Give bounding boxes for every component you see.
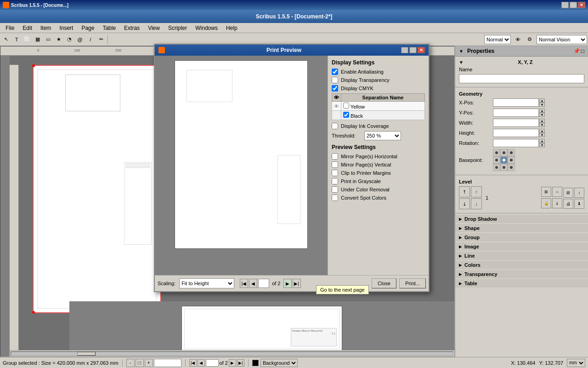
os-controls[interactable]: _ □ ✕: [561, 2, 585, 8]
menu-page[interactable]: Page: [78, 24, 98, 32]
level-down[interactable]: ↓: [471, 198, 482, 209]
level-flip-h[interactable]: ↔: [552, 187, 562, 197]
table-header[interactable]: ▶ Table: [455, 279, 588, 288]
antialiasing-checkbox[interactable]: [332, 69, 338, 75]
tool-text[interactable]: T: [11, 34, 22, 45]
close-button[interactable]: Close: [372, 278, 396, 288]
menu-file[interactable]: File: [2, 24, 18, 32]
properties-collapse-icon[interactable]: ▼: [459, 49, 464, 54]
minimize-icon[interactable]: _: [561, 2, 569, 8]
tool-spiral[interactable]: @: [75, 34, 85, 45]
dlg-page-input[interactable]: 1: [258, 279, 269, 288]
h-scrollbar[interactable]: [10, 350, 454, 356]
menu-scripter[interactable]: Scripter: [164, 24, 191, 32]
page-last-btn[interactable]: ▶|: [237, 359, 244, 367]
dropshadow-header[interactable]: ▶ Drop Shadow: [455, 215, 588, 223]
bp-tr[interactable]: [508, 149, 515, 156]
dlg-page-next[interactable]: ▶: [283, 279, 292, 288]
bp-mr[interactable]: [508, 156, 515, 164]
settings-icon[interactable]: ⚙: [525, 34, 535, 45]
level-grid-btn-1[interactable]: ⊞: [541, 187, 551, 197]
ypos-input[interactable]: 0.000 mm: [493, 109, 539, 117]
tool-shape[interactable]: ▭: [43, 34, 53, 45]
height-up[interactable]: ▲: [539, 129, 545, 133]
bp-bl[interactable]: [493, 164, 500, 171]
bp-ml[interactable]: [493, 156, 500, 164]
width-down[interactable]: ▼: [539, 123, 545, 127]
vision-selector[interactable]: Normal Vision: [537, 35, 587, 44]
print-button[interactable]: Print...: [399, 278, 426, 288]
maximize-icon[interactable]: □: [570, 2, 577, 8]
sep-yellow-check[interactable]: [343, 103, 349, 109]
shape-header[interactable]: ▶ Shape: [455, 224, 588, 232]
menu-extras[interactable]: Extras: [120, 24, 143, 32]
bp-mc[interactable]: [500, 156, 508, 164]
mirror-h-checkbox[interactable]: [332, 153, 338, 160]
ink-coverage-checkbox[interactable]: [332, 123, 338, 129]
rotation-input[interactable]: 0.0 °: [493, 139, 539, 147]
image-header[interactable]: ▶ Image: [455, 242, 588, 251]
properties-pin-icon[interactable]: 📌: [573, 48, 580, 54]
level-flip-v[interactable]: ↕: [574, 188, 584, 198]
xpos-up[interactable]: ▲: [539, 98, 545, 103]
level-up[interactable]: ↑: [471, 186, 482, 197]
mirror-v-checkbox[interactable]: [332, 161, 338, 168]
level-save[interactable]: ⤓: [552, 198, 562, 208]
scaling-selector[interactable]: Fit to Height: [179, 278, 234, 288]
menu-item[interactable]: Item: [37, 24, 55, 32]
mode-selector[interactable]: Normal: [484, 35, 511, 44]
clip-margins-checkbox[interactable]: [332, 170, 338, 176]
level-noprint[interactable]: 🖨: [563, 199, 573, 209]
height-down[interactable]: ▼: [539, 133, 545, 137]
dlg-page-prev[interactable]: ◀: [249, 279, 257, 288]
threshold-select[interactable]: 250 %: [364, 131, 401, 140]
page-input[interactable]: 1: [206, 359, 219, 367]
level-lock[interactable]: 🔒: [541, 198, 551, 208]
ypos-up[interactable]: ▲: [539, 109, 545, 113]
dlg-page-first[interactable]: |◀: [240, 279, 248, 288]
tool-arc[interactable]: ◔: [64, 34, 74, 45]
rotation-down[interactable]: ▼: [539, 143, 545, 147]
grayscale-checkbox[interactable]: [332, 178, 338, 184]
menu-help[interactable]: Help: [222, 24, 241, 32]
ypos-down[interactable]: ▼: [539, 113, 545, 117]
tool-arrow[interactable]: ↖: [1, 34, 11, 45]
unit-selector[interactable]: mm: [567, 359, 585, 367]
page-next-btn[interactable]: ▶: [229, 359, 236, 367]
name-input[interactable]: Group1: [459, 74, 584, 83]
xpos-down[interactable]: ▼: [539, 103, 545, 107]
dialog-minimize[interactable]: _: [401, 47, 408, 53]
tool-image[interactable]: ⬜: [22, 34, 32, 45]
menu-windows[interactable]: Windows: [192, 24, 221, 32]
under-color-checkbox[interactable]: [332, 186, 338, 193]
dialog-maximize[interactable]: □: [409, 47, 417, 53]
cmyk-checkbox[interactable]: [332, 85, 338, 92]
line-header[interactable]: ▶ Line: [455, 252, 588, 260]
zoom-fit-btn[interactable]: □: [136, 359, 144, 367]
bp-br[interactable]: [508, 164, 515, 171]
tool-freehand[interactable]: ✏: [96, 34, 106, 45]
menu-insert[interactable]: Insert: [56, 24, 77, 32]
dialog-close[interactable]: ✕: [418, 47, 425, 53]
eye-icon[interactable]: 👁: [513, 34, 523, 45]
h-scroll-track[interactable]: [11, 351, 453, 356]
rotation-up[interactable]: ▲: [539, 139, 545, 143]
background-selector[interactable]: Background: [260, 359, 298, 367]
convert-spot-checkbox[interactable]: [332, 195, 338, 201]
dlg-page-last[interactable]: ▶|: [293, 279, 301, 288]
zoom-in-btn[interactable]: +: [145, 359, 153, 367]
properties-max-icon[interactable]: □: [581, 48, 584, 54]
level-export[interactable]: ⬇: [574, 199, 584, 209]
bp-tl[interactable]: [493, 149, 500, 156]
menu-table[interactable]: Table: [99, 24, 119, 32]
group-header[interactable]: ▶ Group: [455, 233, 588, 242]
height-input[interactable]: 297.063 mm: [493, 129, 539, 137]
close-icon[interactable]: ✕: [578, 2, 585, 8]
menu-edit[interactable]: Edit: [19, 24, 36, 32]
page-first-btn[interactable]: |◀: [189, 359, 197, 367]
menu-view[interactable]: View: [144, 24, 164, 32]
tool-table2[interactable]: ▦: [33, 34, 43, 45]
transparency-checkbox[interactable]: [332, 77, 338, 83]
zoom-out-btn[interactable]: -: [126, 359, 135, 367]
zoom-input[interactable]: 49.88 %: [154, 359, 181, 367]
